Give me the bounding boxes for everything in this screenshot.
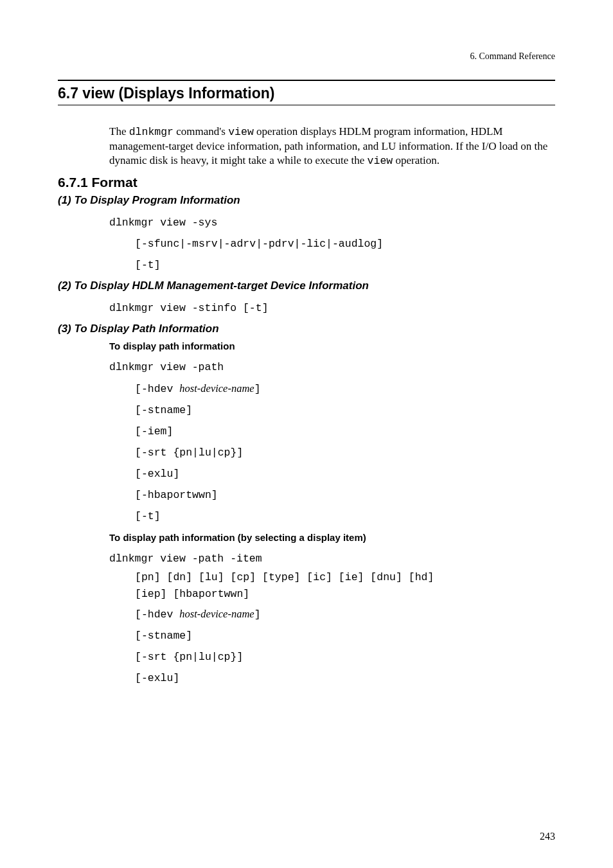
sub3b-line3: [-hdev host-device-name] [135,603,555,625]
sub3b-line1: dlnkmgr view -path -item [109,548,555,569]
intro-paragraph: The dlnkmgr command's view operation dis… [109,125,555,168]
sub3a-line2: [-hdev host-device-name] [135,378,555,400]
sub3b-line3-it: host-device-name [179,608,254,620]
sub3a-line2-pre: [-hdev [135,383,179,395]
sub3a-line5: [-srt {pn|lu|cp}] [135,442,555,463]
subsection-title: 6.7.1 Format [58,175,555,190]
sub3a-line7: [-hbaportwwn] [135,484,555,506]
rule-top-thin [58,105,555,105]
intro-t4: operation. [393,154,440,166]
sub1-line1: dlnkmgr view -sys [109,212,555,233]
sub3-heading-a: To display path information [109,341,555,351]
sub1-line2: [-sfunc|-msrv|-adrv|-pdrv|-lic|-audlog] [135,233,555,254]
sub3b-line4: [-stname] [135,625,555,646]
page: 6. Command Reference 6.7 view (Displays … [0,0,613,868]
sub2-title: (2) To Display HDLM Management-target De… [58,279,555,292]
intro-t2: command's [173,125,228,137]
intro-block: The dlnkmgr command's view operation dis… [109,125,555,168]
sub3b-line5: [-srt {pn|lu|cp}] [135,646,555,668]
sub3b-line6: [-exlu] [135,668,555,689]
sub3a-code: dlnkmgr view -path [-hdev host-device-na… [109,357,555,527]
sub3a-line3: [-stname] [135,400,555,421]
sub3a-line2-post: ] [254,383,261,395]
sub3b-line3-post: ] [254,608,261,621]
sub3a-line6: [-exlu] [135,463,555,484]
sub3b-line2: [pn] [dn] [lu] [cp] [type] [ic] [ie] [dn… [135,569,469,603]
page-number: 243 [540,831,555,842]
sub3b-code: dlnkmgr view -path -item [pn] [dn] [lu] … [109,548,555,689]
intro-t1: The [109,125,129,137]
intro-op: view [228,126,254,138]
sub2-code: dlnkmgr view -stinfo [-t] [109,297,555,319]
sub1-code: dlnkmgr view -sys [-sfunc|-msrv|-adrv|-p… [109,212,555,276]
sub3-heading-b: To display path information (by selectin… [109,532,555,543]
sub3-title: (3) To Display Path Information [58,323,555,335]
sub3b-line3-pre: [-hdev [135,608,179,621]
running-head: 6. Command Reference [58,51,555,62]
sub3a-line8: [-t] [135,506,555,527]
sub3a-line4: [-iem] [135,421,555,442]
intro-cmd: dlnkmgr [129,126,173,138]
sub3a-line2-it: host-device-name [179,382,254,394]
sub1-line3: [-t] [135,254,555,276]
section-title: 6.7 view (Displays Information) [58,85,555,102]
sub3a-line1: dlnkmgr view -path [109,357,555,378]
sub2-line1: dlnkmgr view -stinfo [-t] [109,297,555,319]
intro-op2: view [368,155,393,167]
rule-top-thick [58,80,555,81]
sub1-title: (1) To Display Program Information [58,194,555,207]
